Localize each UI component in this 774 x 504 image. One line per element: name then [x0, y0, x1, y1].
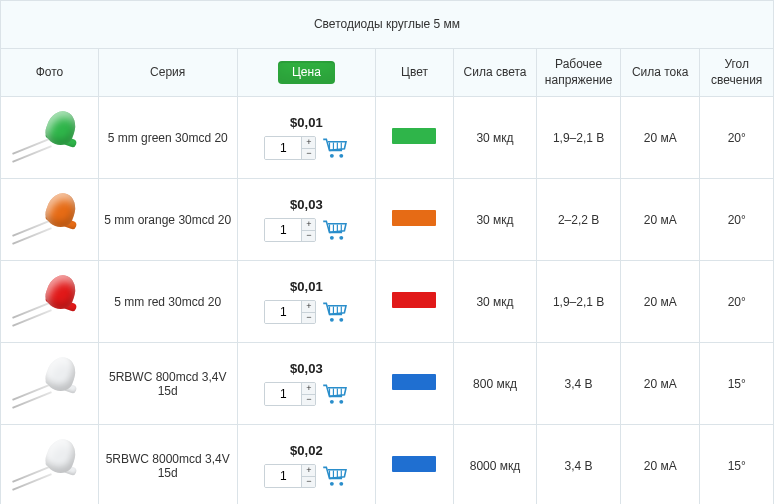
led-photo: [9, 351, 89, 417]
cell-photo: [1, 343, 99, 425]
cell-price: $0,01 + −: [237, 97, 376, 179]
color-swatch: [392, 374, 436, 390]
quantity-input[interactable]: [265, 301, 301, 323]
col-photo: Фото: [1, 49, 99, 97]
quantity-stepper[interactable]: + −: [264, 218, 316, 242]
col-luminosity: Сила света: [453, 49, 537, 97]
led-photo: [9, 105, 89, 171]
cell-voltage: 1,9–2,1 В: [537, 97, 621, 179]
cell-current: 20 мА: [620, 343, 700, 425]
price-value: $0,03: [242, 197, 372, 212]
cell-luminosity: 8000 мкд: [453, 425, 537, 505]
table-row: 5RBWC 800mcd 3,4V 15d $0,03 + −: [1, 343, 774, 425]
qty-increase-button[interactable]: +: [302, 137, 315, 148]
qty-increase-button[interactable]: +: [302, 465, 315, 476]
cell-color: [376, 97, 453, 179]
svg-point-1: [340, 154, 344, 158]
price-value: $0,01: [242, 279, 372, 294]
table-row: 5 mm orange 30mcd 20 $0,03 + −: [1, 179, 774, 261]
cell-angle: 20°: [700, 261, 774, 343]
cart-icon[interactable]: [322, 301, 348, 323]
cell-voltage: 3,4 В: [537, 343, 621, 425]
svg-point-5: [340, 318, 344, 322]
cell-series[interactable]: 5RBWC 8000mcd 3,4V 15d: [98, 425, 237, 505]
price-value: $0,03: [242, 361, 372, 376]
table-title: Светодиоды круглые 5 мм: [1, 1, 774, 49]
quantity-input[interactable]: [265, 137, 301, 159]
cell-series[interactable]: 5 mm green 30mcd 20: [98, 97, 237, 179]
sort-price-button[interactable]: Цена: [278, 61, 335, 85]
table-row: 5RBWC 8000mcd 3,4V 15d $0,02 + −: [1, 425, 774, 505]
color-swatch: [392, 128, 436, 144]
cell-voltage: 1,9–2,1 В: [537, 261, 621, 343]
svg-point-0: [330, 154, 334, 158]
cell-angle: 20°: [700, 179, 774, 261]
quantity-stepper[interactable]: + −: [264, 464, 316, 488]
svg-point-7: [340, 400, 344, 404]
cell-color: [376, 425, 453, 505]
quantity-stepper[interactable]: + −: [264, 382, 316, 406]
cell-color: [376, 343, 453, 425]
cell-photo: [1, 97, 99, 179]
cell-angle: 20°: [700, 97, 774, 179]
cell-price: $0,02 + −: [237, 425, 376, 505]
cell-photo: [1, 179, 99, 261]
color-swatch: [392, 210, 436, 226]
qty-decrease-button[interactable]: −: [302, 394, 315, 406]
cell-luminosity: 30 мкд: [453, 179, 537, 261]
quantity-input[interactable]: [265, 465, 301, 487]
price-value: $0,02: [242, 443, 372, 458]
cell-current: 20 мА: [620, 261, 700, 343]
cell-price: $0,01 + −: [237, 261, 376, 343]
led-photo: [9, 187, 89, 253]
led-photo: [9, 269, 89, 335]
cell-series[interactable]: 5 mm orange 30mcd 20: [98, 179, 237, 261]
cell-angle: 15°: [700, 343, 774, 425]
qty-decrease-button[interactable]: −: [302, 148, 315, 160]
svg-point-8: [330, 482, 334, 486]
qty-decrease-button[interactable]: −: [302, 476, 315, 488]
cell-angle: 15°: [700, 425, 774, 505]
cell-luminosity: 30 мкд: [453, 97, 537, 179]
led-table: Светодиоды круглые 5 мм Фото Серия Цена …: [0, 0, 774, 504]
cell-voltage: 2–2,2 В: [537, 179, 621, 261]
col-angle: Угол свечения: [700, 49, 774, 97]
svg-point-9: [340, 482, 344, 486]
col-color: Цвет: [376, 49, 453, 97]
col-price[interactable]: Цена: [237, 49, 376, 97]
col-current: Сила тока: [620, 49, 700, 97]
qty-decrease-button[interactable]: −: [302, 312, 315, 324]
col-voltage: Рабочее напряжение: [537, 49, 621, 97]
cell-color: [376, 261, 453, 343]
qty-increase-button[interactable]: +: [302, 219, 315, 230]
cell-series[interactable]: 5 mm red 30mcd 20: [98, 261, 237, 343]
cell-series[interactable]: 5RBWC 800mcd 3,4V 15d: [98, 343, 237, 425]
cell-current: 20 мА: [620, 179, 700, 261]
table-row: 5 mm green 30mcd 20 $0,01 + −: [1, 97, 774, 179]
svg-point-3: [340, 236, 344, 240]
cell-voltage: 3,4 В: [537, 425, 621, 505]
cell-luminosity: 30 мкд: [453, 261, 537, 343]
svg-point-4: [330, 318, 334, 322]
cell-price: $0,03 + −: [237, 343, 376, 425]
color-swatch: [392, 292, 436, 308]
cell-color: [376, 179, 453, 261]
cell-luminosity: 800 мкд: [453, 343, 537, 425]
cart-icon[interactable]: [322, 465, 348, 487]
quantity-input[interactable]: [265, 219, 301, 241]
qty-increase-button[interactable]: +: [302, 301, 315, 312]
quantity-input[interactable]: [265, 383, 301, 405]
cart-icon[interactable]: [322, 219, 348, 241]
quantity-stepper[interactable]: + −: [264, 136, 316, 160]
led-photo: [9, 433, 89, 499]
cell-photo: [1, 261, 99, 343]
svg-point-2: [330, 236, 334, 240]
cart-icon[interactable]: [322, 137, 348, 159]
cart-icon[interactable]: [322, 383, 348, 405]
quantity-stepper[interactable]: + −: [264, 300, 316, 324]
cell-current: 20 мА: [620, 97, 700, 179]
qty-decrease-button[interactable]: −: [302, 230, 315, 242]
col-series: Серия: [98, 49, 237, 97]
cell-current: 20 мА: [620, 425, 700, 505]
qty-increase-button[interactable]: +: [302, 383, 315, 394]
